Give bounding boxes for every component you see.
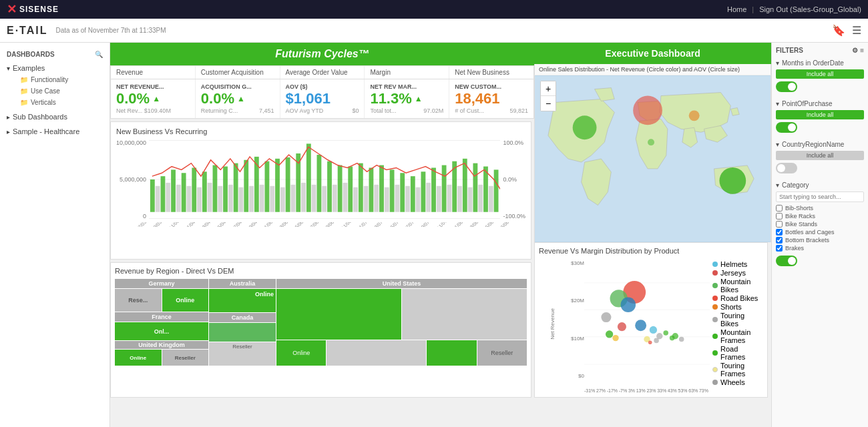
svg-rect-68 xyxy=(489,186,493,212)
svg-point-73 xyxy=(719,167,746,194)
sidebar-search-icon[interactable]: 🔍 xyxy=(95,51,103,58)
treemap-cell-us-gray[interactable] xyxy=(327,340,426,366)
logo-text: SISENSE xyxy=(19,5,59,14)
cb-bottles[interactable] xyxy=(776,229,783,236)
treemap-cell-uk-online[interactable]: Online xyxy=(115,350,162,366)
nav-signout[interactable]: Sign Out (Sales-Group_Global) xyxy=(759,5,861,13)
kpi-label-aov: AOV ($) xyxy=(286,83,359,90)
filter-months-include-btn[interactable]: Include all xyxy=(776,69,864,79)
kpi-section: Revenue Customer Acquisition Average Ord… xyxy=(110,65,534,119)
chevron-down-icon: ▾ xyxy=(7,65,10,72)
filter-country-header[interactable]: ▾ CountryRegionName xyxy=(776,141,864,148)
sidebar-folder-examples[interactable]: ▾ Examples xyxy=(0,62,110,74)
zoom-out-button[interactable]: − xyxy=(541,96,556,111)
svg-rect-44 xyxy=(364,186,369,212)
kpi-sub-acquisition: Returning C... 7,451 xyxy=(201,107,274,114)
cb-bottom-brackets[interactable] xyxy=(776,237,783,244)
filter-category-search[interactable] xyxy=(776,191,864,202)
filter-months-toggle[interactable] xyxy=(776,81,797,92)
kpi-headers: Revenue Customer Acquisition Average Ord… xyxy=(111,66,533,79)
filter-category-toggle[interactable] xyxy=(776,256,797,266)
cb-brakes[interactable] xyxy=(776,245,783,252)
nav-home[interactable]: Home xyxy=(727,5,746,13)
filter-country-include-btn[interactable]: Include all xyxy=(776,151,864,160)
kpi-card-margin[interactable]: NET REV MAR... 11.3% ▲ Total tot... 97.0… xyxy=(365,79,449,118)
filter-cb-bottom-brackets[interactable]: Bottom Brackets xyxy=(776,237,864,244)
treemap-container: Germany Rese... Online France Onl... Uni… xyxy=(115,279,527,366)
sidebar-item-usecase[interactable]: 📁 Use Case xyxy=(13,85,110,97)
right-column: Executive Dashboard Online Sales Distrib… xyxy=(534,43,771,398)
treemap-cell-ger-reseller[interactable]: Rese... xyxy=(115,289,162,312)
kpi-card-aov[interactable]: AOV ($) $1,061 AOV Avg YTD $0 xyxy=(280,79,365,118)
treemap-cell-us-online3[interactable] xyxy=(427,340,476,366)
folder-icon-sm: 📁 xyxy=(20,76,28,83)
treemap-cell-us-reseller[interactable] xyxy=(402,289,527,340)
header-icons: 🔖 ☰ xyxy=(832,24,861,37)
kpi-card-newcust[interactable]: NEW CUSTOM... 18,461 # of Cust... 59,821 xyxy=(449,79,533,118)
cb-bike-stands[interactable] xyxy=(776,221,783,228)
sidebar-folder-healthcare[interactable]: ▸ Sample - Healthcare xyxy=(0,125,110,137)
kpi-card-acquisition[interactable]: ACQUISITION G... 0.0% ▲ Returning C... 7… xyxy=(196,79,280,118)
kpi-sub-aov: AOV Avg YTD $0 xyxy=(286,107,359,114)
filter-pop-toggle[interactable] xyxy=(776,122,797,133)
filter-pop-include-btn[interactable]: Include all xyxy=(776,110,864,119)
filter-cb-bottles[interactable]: Bottles and Cages xyxy=(776,229,864,236)
svg-rect-52 xyxy=(405,186,410,212)
map-container[interactable]: + − xyxy=(534,75,771,242)
cb-bike-racks[interactable] xyxy=(776,213,783,220)
map-zoom-controls[interactable]: + − xyxy=(540,81,556,111)
filter-months-header[interactable]: ▾ Months in OrderDate xyxy=(776,59,864,67)
treemap-title: Revenue by Region - Direct Vs DEM xyxy=(115,267,527,275)
svg-point-94 xyxy=(679,337,684,342)
treemap-section: Revenue by Region - Direct Vs DEM German… xyxy=(110,262,531,398)
svg-rect-53 xyxy=(411,176,415,212)
filters-icons[interactable]: ⚙ ≡ xyxy=(852,47,864,54)
treemap-cell-us-online[interactable] xyxy=(276,289,401,340)
logo-x: ✕ xyxy=(7,2,17,17)
filter-category-header[interactable]: ▾ Category xyxy=(776,181,864,189)
bookmark-icon[interactable]: 🔖 xyxy=(832,24,845,37)
x-axis-labels: 7/03 9/03 11/03 1/04 3/04 5/04 7/04 9/04… xyxy=(116,222,525,227)
legend-jerseys: Jerseys xyxy=(712,269,763,277)
treemap-cell-ger-online[interactable]: Online xyxy=(162,289,209,312)
svg-point-93 xyxy=(672,333,678,339)
cb-bib-shorts[interactable] xyxy=(776,205,783,211)
filter-cb-bike-stands[interactable]: Bike Stands xyxy=(776,221,864,228)
treemap-cell-fra-online[interactable]: Onl... xyxy=(115,322,208,340)
filter-cb-brakes[interactable]: Brakes xyxy=(776,245,864,252)
scatter-legend: Helmets Jerseys Mountain Bikes xyxy=(710,260,763,387)
kpi-card-revenue[interactable]: NET REVENUE... 0.0% ▲ Net Rev... $109.40… xyxy=(111,79,196,118)
svg-rect-24 xyxy=(260,185,264,212)
svg-point-96 xyxy=(606,330,613,338)
svg-rect-20 xyxy=(239,187,244,212)
treemap-cell-us-online2[interactable]: Online xyxy=(276,340,326,366)
treemap-us-col: United States Online Reseller xyxy=(276,279,527,366)
filter-pop-header[interactable]: ▾ PointOfPurchase xyxy=(776,100,864,107)
zoom-in-button[interactable]: + xyxy=(541,81,556,96)
svg-rect-56 xyxy=(426,183,431,212)
filter-cb-bike-racks[interactable]: Bike Racks xyxy=(776,213,864,220)
sidebar-item-verticals[interactable]: 📁 Verticals xyxy=(13,97,110,108)
treemap-cell-aus-online[interactable]: Online xyxy=(209,289,276,312)
dashboard-main: Futurism Cycles™ Revenue Customer Acquis… xyxy=(110,43,771,427)
menu-icon[interactable]: ☰ xyxy=(852,24,861,37)
filter-country-toggle[interactable] xyxy=(776,163,797,173)
folder-icon-sm3: 📁 xyxy=(20,99,28,106)
kpi-arrow-margin: ▲ xyxy=(415,94,423,103)
content: Futurism Cycles™ Revenue Customer Acquis… xyxy=(110,43,868,427)
filter-cb-bib-shorts[interactable]: Bib-Shorts xyxy=(776,205,864,211)
treemap-cell-us-reseller2[interactable]: Reseller xyxy=(477,340,527,366)
svg-rect-63 xyxy=(463,159,467,212)
sidebar-item-functionality[interactable]: 📁 Functionality xyxy=(13,74,110,85)
scatter-svg xyxy=(584,260,710,387)
legend-road-bikes: Road Bikes xyxy=(712,294,763,302)
sidebar-folder-subdashboards[interactable]: ▸ Sub Dashboards xyxy=(0,111,110,123)
sidebar: DASHBOARDS 🔍 ▾ Examples 📁 Functionality … xyxy=(0,43,110,427)
chevron-down-icon: ▾ xyxy=(776,59,779,67)
legend-touring-bikes: Touring Bikes xyxy=(712,312,763,328)
filters-panel: FILTERS ⚙ ≡ ▾ Months in OrderDate Includ… xyxy=(771,43,868,427)
scatter-plot-area xyxy=(584,260,710,387)
treemap-cell-can-online[interactable] xyxy=(209,323,276,342)
treemap-aus-reseller[interactable]: Reseller xyxy=(209,342,276,366)
treemap-cell-uk-reseller[interactable]: Reseller xyxy=(162,350,209,366)
